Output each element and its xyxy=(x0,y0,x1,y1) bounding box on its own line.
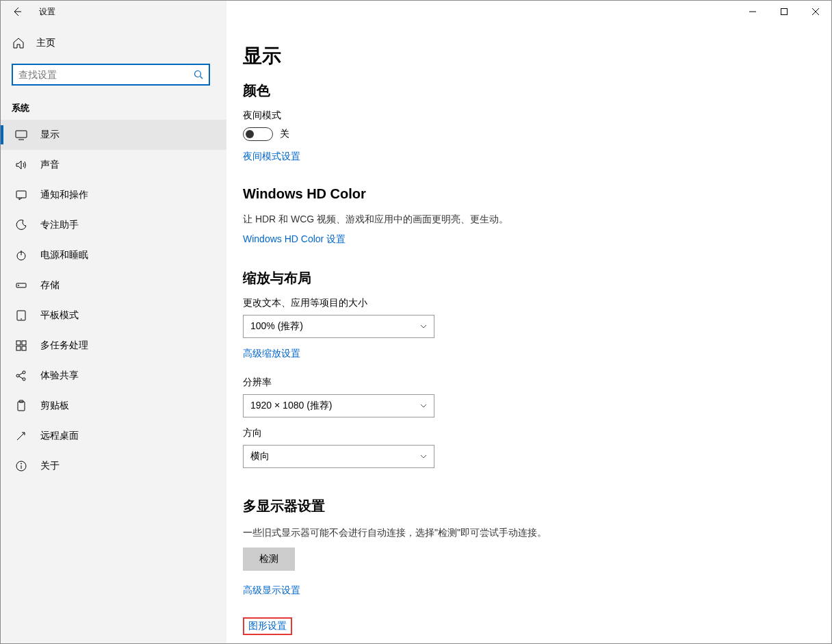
search-box[interactable] xyxy=(12,64,210,86)
svg-point-21 xyxy=(23,378,25,381)
hdcolor-link[interactable]: Windows HD Color 设置 xyxy=(243,233,346,246)
minimize-button[interactable] xyxy=(737,1,768,23)
scale-label: 更改文本、应用等项目的大小 xyxy=(243,297,804,309)
main-content: 显示 颜色 夜间模式 关 夜间模式设置 Windows HD Color 让 H… xyxy=(226,23,831,643)
close-button[interactable] xyxy=(800,1,831,23)
minimize-icon xyxy=(749,8,756,15)
sidebar-item-label: 通知和操作 xyxy=(40,189,88,201)
sidebar-item-label: 显示 xyxy=(40,129,60,141)
svg-line-23 xyxy=(19,376,23,378)
settings-window: 设置 主页 xyxy=(0,0,832,644)
svg-rect-18 xyxy=(22,346,26,350)
title-bar: 设置 xyxy=(1,1,831,23)
maximize-icon xyxy=(781,8,788,15)
home-icon xyxy=(12,36,25,50)
detect-button[interactable]: 检测 xyxy=(243,548,295,571)
resolution-value: 1920 × 1080 (推荐) xyxy=(250,400,332,412)
svg-rect-8 xyxy=(16,191,26,198)
search-input[interactable] xyxy=(18,69,194,80)
title-bar-left: 设置 xyxy=(1,1,226,23)
about-icon xyxy=(14,459,28,473)
notify-icon xyxy=(14,188,28,202)
chevron-down-icon xyxy=(420,404,427,408)
sidebar-item-storage[interactable]: 存储 xyxy=(1,270,226,300)
storage-icon xyxy=(14,279,28,292)
advanced-display-link[interactable]: 高级显示设置 xyxy=(243,584,300,597)
close-icon xyxy=(812,8,819,15)
night-light-toggle-row: 关 xyxy=(243,127,804,141)
search-icon xyxy=(194,70,203,79)
remote-icon xyxy=(14,429,28,443)
svg-point-12 xyxy=(18,285,19,286)
sidebar-item-label: 平板模式 xyxy=(40,309,79,322)
chevron-down-icon xyxy=(420,454,427,459)
sidebar-group-system: 系统 xyxy=(1,95,226,120)
svg-point-4 xyxy=(195,71,201,77)
section-hdcolor: Windows HD Color xyxy=(243,186,804,202)
advanced-scale-link[interactable]: 高级缩放设置 xyxy=(243,348,300,360)
sound-icon xyxy=(14,158,28,172)
home-label: 主页 xyxy=(36,37,55,49)
graphics-link-highlight: 图形设置 xyxy=(243,617,292,635)
sidebar-item-label: 声音 xyxy=(40,159,60,171)
sidebar-item-label: 专注助手 xyxy=(40,219,79,231)
svg-point-30 xyxy=(21,463,22,464)
orientation-value: 横向 xyxy=(250,450,270,463)
sidebar-item-display[interactable]: 显示 xyxy=(1,120,226,150)
section-multi: 多显示器设置 xyxy=(243,497,804,515)
svg-point-20 xyxy=(23,371,25,374)
tablet-icon xyxy=(14,309,28,322)
sidebar-item-remote[interactable]: 远程桌面 xyxy=(1,421,226,451)
svg-rect-6 xyxy=(16,131,27,138)
svg-line-22 xyxy=(19,373,23,375)
search-wrap xyxy=(1,64,226,95)
sidebar-item-label: 电源和睡眠 xyxy=(40,249,88,261)
svg-rect-1 xyxy=(781,9,788,15)
maximize-button[interactable] xyxy=(768,1,800,23)
home-link[interactable]: 主页 xyxy=(1,29,226,57)
back-button[interactable] xyxy=(1,1,34,23)
sidebar-item-about[interactable]: 关于 xyxy=(1,451,226,481)
power-icon xyxy=(14,248,28,262)
chevron-down-icon xyxy=(420,324,427,329)
sidebar-item-power[interactable]: 电源和睡眠 xyxy=(1,240,226,270)
display-icon xyxy=(14,128,28,142)
sidebar-item-notifications[interactable]: 通知和操作 xyxy=(1,180,226,210)
scale-value: 100% (推荐) xyxy=(250,320,303,333)
sidebar-item-label: 多任务处理 xyxy=(40,339,88,352)
title-bar-right xyxy=(226,1,831,23)
window-title: 设置 xyxy=(34,6,55,18)
multi-desc: 一些旧式显示器可能不会进行自动连接，选择"检测"即可尝试手动连接。 xyxy=(243,525,804,540)
focus-icon xyxy=(14,218,28,232)
night-light-label: 夜间模式 xyxy=(243,110,804,122)
svg-line-5 xyxy=(200,77,203,79)
window-body: 主页 系统 显示 声音 通 xyxy=(1,23,831,643)
svg-rect-16 xyxy=(22,341,26,345)
section-scale: 缩放与布局 xyxy=(243,269,804,287)
scale-select[interactable]: 100% (推荐) xyxy=(243,315,434,338)
sidebar-item-sound[interactable]: 声音 xyxy=(1,150,226,180)
sidebar-item-label: 存储 xyxy=(40,279,60,292)
sidebar-item-label: 关于 xyxy=(40,460,60,472)
night-light-toggle[interactable] xyxy=(243,127,273,141)
svg-line-27 xyxy=(21,433,25,437)
multitask-icon xyxy=(14,339,28,352)
back-arrow-icon xyxy=(12,6,23,17)
sidebar-item-tablet[interactable]: 平板模式 xyxy=(1,300,226,331)
resolution-label: 分辨率 xyxy=(243,376,804,389)
graphics-link[interactable]: 图形设置 xyxy=(248,620,287,632)
section-color: 颜色 xyxy=(243,81,804,100)
sidebar-item-shared[interactable]: 体验共享 xyxy=(1,361,226,391)
sidebar-item-clipboard[interactable]: 剪贴板 xyxy=(1,391,226,421)
sidebar-item-focus[interactable]: 专注助手 xyxy=(1,210,226,240)
svg-rect-17 xyxy=(16,346,21,350)
orientation-label: 方向 xyxy=(243,427,804,439)
night-light-settings-link[interactable]: 夜间模式设置 xyxy=(243,151,300,163)
orientation-select[interactable]: 横向 xyxy=(243,445,434,468)
night-light-state: 关 xyxy=(280,128,289,140)
sidebar-item-label: 体验共享 xyxy=(40,370,79,382)
clipboard-icon xyxy=(14,399,28,413)
svg-point-19 xyxy=(16,374,19,377)
sidebar-item-multitask[interactable]: 多任务处理 xyxy=(1,331,226,361)
resolution-select[interactable]: 1920 × 1080 (推荐) xyxy=(243,394,434,417)
